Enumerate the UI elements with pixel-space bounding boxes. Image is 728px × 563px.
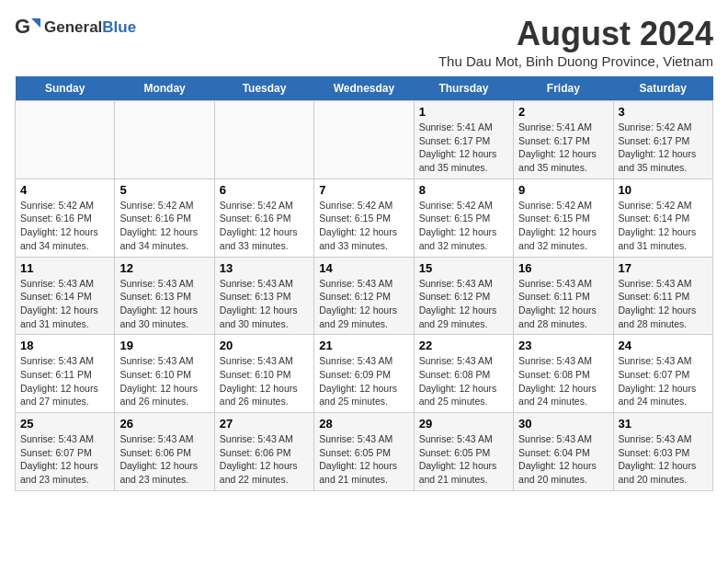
cell-info: Sunrise: 5:42 AM Sunset: 6:15 PM Dayligh… [319,199,408,253]
cell-info: Sunrise: 5:43 AM Sunset: 6:11 PM Dayligh… [20,354,109,408]
cell-info: Sunrise: 5:43 AM Sunset: 6:12 PM Dayligh… [419,277,508,331]
calendar-cell: 14Sunrise: 5:43 AM Sunset: 6:12 PM Dayli… [314,257,414,335]
date-number: 11 [20,261,109,275]
cell-info: Sunrise: 5:43 AM Sunset: 6:06 PM Dayligh… [119,432,209,487]
date-number: 6 [220,183,309,197]
calendar-cell: 5Sunrise: 5:42 AM Sunset: 6:16 PM Daylig… [115,178,214,257]
date-number: 27 [220,417,309,431]
cell-info: Sunrise: 5:42 AM Sunset: 6:17 PM Dayligh… [619,121,708,175]
calendar-cell: 6Sunrise: 5:42 AM Sunset: 6:16 PM Daylig… [214,178,313,257]
cell-info: Sunrise: 5:43 AM Sunset: 6:13 PM Dayligh… [220,277,309,331]
cell-info: Sunrise: 5:42 AM Sunset: 6:16 PM Dayligh… [220,199,309,253]
date-number: 20 [220,339,309,352]
calendar-cell: 31Sunrise: 5:43 AM Sunset: 6:03 PM Dayli… [613,413,712,491]
calendar-cell: 9Sunrise: 5:42 AM Sunset: 6:15 PM Daylig… [514,178,613,257]
date-number: 21 [319,339,408,352]
cell-info: Sunrise: 5:43 AM Sunset: 6:08 PM Dayligh… [419,354,508,408]
calendar-week-4: 18Sunrise: 5:43 AM Sunset: 6:11 PM Dayli… [16,335,713,413]
calendar-cell: 16Sunrise: 5:43 AM Sunset: 6:11 PM Dayli… [514,257,613,335]
date-number: 19 [119,339,209,352]
cell-info: Sunrise: 5:43 AM Sunset: 6:12 PM Dayligh… [319,277,408,331]
cell-info: Sunrise: 5:42 AM Sunset: 6:16 PM Dayligh… [119,199,209,253]
calendar-week-2: 4Sunrise: 5:42 AM Sunset: 6:16 PM Daylig… [16,178,713,257]
cell-info: Sunrise: 5:43 AM Sunset: 6:11 PM Dayligh… [619,277,708,331]
calendar-cell: 8Sunrise: 5:42 AM Sunset: 6:15 PM Daylig… [414,178,513,257]
date-number: 8 [419,183,508,197]
calendar-cell: 29Sunrise: 5:43 AM Sunset: 6:05 PM Dayli… [414,413,513,491]
cell-info: Sunrise: 5:42 AM Sunset: 6:16 PM Dayligh… [20,199,109,253]
calendar-cell: 12Sunrise: 5:43 AM Sunset: 6:13 PM Dayli… [115,257,214,335]
calendar-cell: 20Sunrise: 5:43 AM Sunset: 6:10 PM Dayli… [214,335,313,413]
cell-info: Sunrise: 5:43 AM Sunset: 6:11 PM Dayligh… [518,277,608,331]
day-header-tuesday: Tuesday [214,76,313,101]
calendar-cell: 26Sunrise: 5:43 AM Sunset: 6:06 PM Dayli… [115,413,214,491]
cell-info: Sunrise: 5:43 AM Sunset: 6:03 PM Dayligh… [619,432,708,487]
calendar-cell: 23Sunrise: 5:43 AM Sunset: 6:08 PM Dayli… [514,335,613,413]
subtitle: Thu Dau Mot, Binh Duong Province, Vietna… [438,53,713,69]
date-number: 24 [619,339,708,352]
date-number: 1 [419,105,508,119]
header: G GeneralBlue August 2024 Thu Dau Mot, B… [15,15,713,69]
logo-general: General [44,18,102,36]
date-number: 28 [319,417,408,431]
calendar-cell [115,101,214,179]
day-header-saturday: Saturday [613,76,712,101]
calendar-week-5: 25Sunrise: 5:43 AM Sunset: 6:07 PM Dayli… [16,413,713,491]
calendar-cell: 19Sunrise: 5:43 AM Sunset: 6:10 PM Dayli… [115,335,214,413]
calendar-cell: 27Sunrise: 5:43 AM Sunset: 6:06 PM Dayli… [214,413,313,491]
calendar-cell: 24Sunrise: 5:43 AM Sunset: 6:07 PM Dayli… [613,335,712,413]
cell-info: Sunrise: 5:42 AM Sunset: 6:15 PM Dayligh… [518,199,608,253]
calendar-cell: 17Sunrise: 5:43 AM Sunset: 6:11 PM Dayli… [613,257,712,335]
date-number: 12 [119,261,209,275]
day-header-monday: Monday [115,76,214,101]
cell-info: Sunrise: 5:43 AM Sunset: 6:05 PM Dayligh… [419,432,508,487]
day-header-sunday: Sunday [16,76,115,101]
cell-info: Sunrise: 5:41 AM Sunset: 6:17 PM Dayligh… [419,121,508,175]
main-title: August 2024 [438,15,713,53]
date-number: 30 [518,417,608,431]
cell-info: Sunrise: 5:43 AM Sunset: 6:05 PM Dayligh… [319,432,408,487]
calendar-cell: 15Sunrise: 5:43 AM Sunset: 6:12 PM Dayli… [414,257,513,335]
logo-blue: Blue [102,18,136,36]
calendar-cell: 1Sunrise: 5:41 AM Sunset: 6:17 PM Daylig… [414,101,513,179]
calendar-cell [16,101,115,179]
svg-marker-1 [31,18,40,28]
calendar-cell: 3Sunrise: 5:42 AM Sunset: 6:17 PM Daylig… [613,101,712,179]
date-number: 29 [419,417,508,431]
calendar-cell: 4Sunrise: 5:42 AM Sunset: 6:16 PM Daylig… [16,178,115,257]
calendar-cell [214,101,313,179]
date-number: 16 [518,261,608,275]
day-header-friday: Friday [514,76,613,101]
date-number: 25 [20,417,109,431]
cell-info: Sunrise: 5:43 AM Sunset: 6:10 PM Dayligh… [220,354,309,408]
date-number: 18 [20,339,109,352]
date-number: 26 [119,417,209,431]
date-number: 22 [419,339,508,352]
calendar-cell: 18Sunrise: 5:43 AM Sunset: 6:11 PM Dayli… [16,335,115,413]
calendar-cell: 30Sunrise: 5:43 AM Sunset: 6:04 PM Dayli… [514,413,613,491]
logo: G GeneralBlue [15,15,136,40]
date-number: 9 [518,183,608,197]
calendar-cell: 11Sunrise: 5:43 AM Sunset: 6:14 PM Dayli… [16,257,115,335]
cell-info: Sunrise: 5:43 AM Sunset: 6:13 PM Dayligh… [119,277,209,331]
date-number: 15 [419,261,508,275]
cell-info: Sunrise: 5:43 AM Sunset: 6:07 PM Dayligh… [619,354,708,408]
calendar-cell: 25Sunrise: 5:43 AM Sunset: 6:07 PM Dayli… [16,413,115,491]
calendar-week-1: 1Sunrise: 5:41 AM Sunset: 6:17 PM Daylig… [16,101,713,179]
day-header-thursday: Thursday [414,76,513,101]
cell-info: Sunrise: 5:43 AM Sunset: 6:04 PM Dayligh… [518,432,608,487]
date-number: 2 [518,105,608,119]
calendar-cell: 2Sunrise: 5:41 AM Sunset: 6:17 PM Daylig… [514,101,613,179]
title-area: August 2024 Thu Dau Mot, Binh Duong Prov… [438,15,713,69]
cell-info: Sunrise: 5:43 AM Sunset: 6:07 PM Dayligh… [20,432,109,487]
calendar-week-3: 11Sunrise: 5:43 AM Sunset: 6:14 PM Dayli… [16,257,713,335]
date-number: 10 [619,183,708,197]
cell-info: Sunrise: 5:42 AM Sunset: 6:14 PM Dayligh… [619,199,708,253]
date-number: 17 [619,261,708,275]
svg-text:G: G [15,15,30,38]
day-header-wednesday: Wednesday [314,76,414,101]
logo-icon: G [15,15,40,40]
calendar-cell: 28Sunrise: 5:43 AM Sunset: 6:05 PM Dayli… [314,413,414,491]
date-number: 4 [20,183,109,197]
calendar-cell [314,101,414,179]
